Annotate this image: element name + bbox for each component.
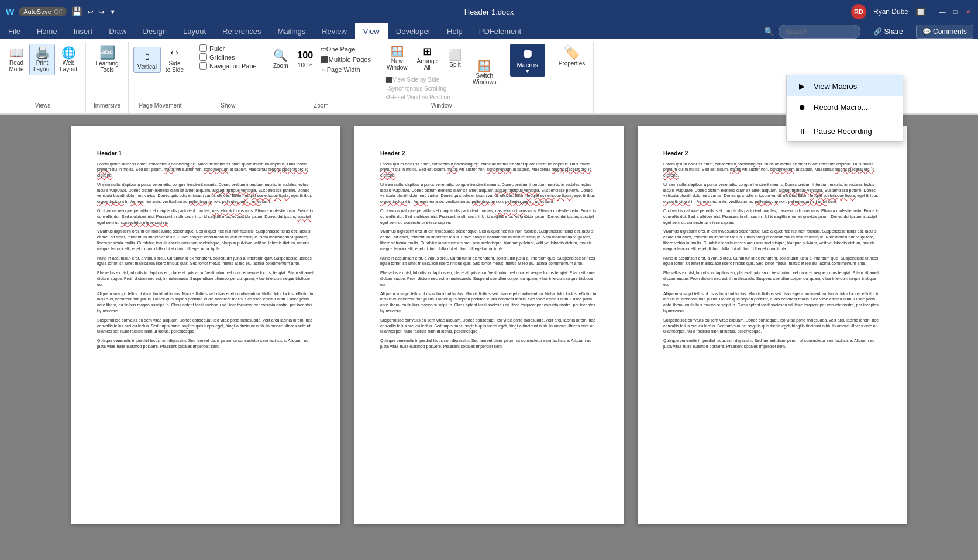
macros-button[interactable]: ⏺ Macros ▼ <box>510 44 545 77</box>
title-bar: W AutoSave Off 💾 ↩ ↪ ▼ Header 1.docx RD … <box>0 0 978 23</box>
doc3-para9: Quisque venenatis imperdiet lacus non di… <box>663 338 881 350</box>
one-page-button[interactable]: ▭ One Page <box>318 44 373 54</box>
close-button[interactable]: ✕ <box>964 8 972 16</box>
maximize-button[interactable]: □ <box>951 8 959 16</box>
pause-recording-item[interactable]: ⏸ Pause Recording <box>787 120 903 141</box>
zoom-100-button[interactable]: 100 100% <box>294 48 317 71</box>
doc1-para4: Vivamus dignissim orci, in elit malesuad… <box>97 229 315 251</box>
vertical-label: Vertical <box>137 64 157 70</box>
doc2-para5: Nunc in accumsan erat, a varius arcu. Cu… <box>380 255 598 267</box>
sync-icon: ↕ <box>385 85 388 92</box>
doc1-para9: Quisque venenatis imperdiet lacus non di… <box>97 338 315 350</box>
tab-mailings[interactable]: Mailings <box>270 23 314 39</box>
tab-references[interactable]: References <box>214 23 269 39</box>
arrange-all-button[interactable]: ⊞ ArrangeAll <box>413 44 441 73</box>
switch-windows-icon: 🪟 <box>478 61 491 71</box>
properties-group-label <box>569 108 574 111</box>
page-view-options: ▭ One Page ⬛ Multiple Pages ↔ Page Width <box>318 44 373 74</box>
multiple-pages-button[interactable]: ⬛ Multiple Pages <box>318 54 373 64</box>
doc2-para2: Ut sem nulla, dapibus a purus venenatis,… <box>380 182 598 205</box>
redo-icon[interactable]: ↪ <box>98 8 105 16</box>
read-mode-button[interactable]: 📖 ReadMode <box>5 44 28 75</box>
tab-draw[interactable]: Draw <box>101 23 135 39</box>
zoom-button-label: Zoom <box>273 63 288 69</box>
ribbon-display-btn[interactable]: 🔲 <box>915 7 925 16</box>
split-icon: ⬜ <box>449 50 462 60</box>
doc3-para8: Suspendisse convallis eu sem vitae aliqu… <box>663 317 881 334</box>
record-macro-item[interactable]: ⏺ Record Macro... <box>787 96 903 117</box>
comments-button[interactable]: 💬 Comments <box>916 25 973 39</box>
doc3-para6: Phasellus ex nisl, lobortis in dapibus e… <box>663 270 881 287</box>
tab-developer[interactable]: Developer <box>388 23 439 39</box>
ruler-checkbox-input[interactable] <box>199 44 207 52</box>
gridlines-checkbox[interactable]: Gridlines <box>197 53 237 61</box>
learning-tools-button[interactable]: 🔤 LearningTools <box>91 44 123 75</box>
window-group-label: Window <box>429 101 454 111</box>
print-layout-icon: 🖨️ <box>35 47 50 58</box>
tab-view[interactable]: View <box>355 23 388 39</box>
pause-recording-icon: ⏸ <box>796 125 808 137</box>
macros-content: ⏺ Macros ▼ <box>510 42 545 88</box>
doc3-para7: Aliquam suscipit tellus ut risus tincidu… <box>663 291 881 314</box>
properties-button[interactable]: 🏷️ Properties <box>555 44 589 69</box>
search-icon: 🔍 <box>764 27 774 36</box>
view-macros-icon: ▶ <box>796 80 808 92</box>
undo-icon[interactable]: ↩ <box>87 8 94 16</box>
switch-windows-button[interactable]: 🪟 SwitchWindows <box>469 58 500 88</box>
view-macros-item[interactable]: ▶ View Macros <box>787 75 903 96</box>
word-logo: W <box>6 7 14 17</box>
page-width-button[interactable]: ↔ Page Width <box>318 65 373 74</box>
doc2-para1: Lorem ipsum dolor sit amet, consectetur … <box>380 161 598 178</box>
view-side-by-side-button[interactable]: ⬛ View Side by Side <box>383 75 467 84</box>
minimize-button[interactable]: — <box>938 8 946 16</box>
share-button[interactable]: 🔗 Share <box>865 25 911 39</box>
file-name: Header 1.docx <box>464 8 514 16</box>
vertical-icon: ↕ <box>144 50 150 63</box>
read-mode-label: ReadMode <box>9 60 23 72</box>
tab-review[interactable]: Review <box>314 23 355 39</box>
title-bar-right: RD Ryan Dube 🔲 — □ ✕ <box>650 4 972 19</box>
doc2-para6: Phasellus ex nisl, lobortis in dapibus e… <box>380 270 598 287</box>
ruler-checkbox[interactable]: Ruler <box>197 44 227 53</box>
ribbon-group-page-movement: ↕ Vertical ↔ Sideto Side Page Movement <box>129 42 192 113</box>
window-main-buttons: 🪟 NewWindow ⊞ ArrangeAll ⬜ Split <box>383 44 467 73</box>
tab-file[interactable]: File <box>0 23 29 39</box>
tab-insert[interactable]: Insert <box>66 23 101 39</box>
tab-layout[interactable]: Layout <box>175 23 214 39</box>
view-side-icon: ⬛ <box>385 77 392 83</box>
doc3-para5: Nunc in accumsan erat, a varius arcu. Cu… <box>663 255 881 267</box>
page-movement-buttons: ↕ Vertical ↔ Sideto Side <box>133 42 187 87</box>
zoom-button[interactable]: 🔍 Zoom <box>269 47 292 71</box>
zoom-icon: 🔍 <box>273 50 288 61</box>
customize-quick-access[interactable]: ▼ <box>109 8 116 15</box>
tab-pdfelement[interactable]: PDFelement <box>471 23 529 39</box>
print-layout-label: PrintLayout <box>33 60 51 72</box>
view-macros-label: View Macros <box>814 82 857 91</box>
new-window-button[interactable]: 🪟 NewWindow <box>383 44 411 73</box>
title-bar-center: Header 1.docx <box>328 8 650 16</box>
switch-windows-label: SwitchWindows <box>473 72 497 85</box>
navigation-pane-checkbox[interactable]: Navigation Pane <box>197 61 259 70</box>
tab-home[interactable]: Home <box>29 23 66 39</box>
gridlines-checkbox-input[interactable] <box>199 53 207 61</box>
navigation-pane-checkbox-input[interactable] <box>199 62 207 70</box>
tab-help[interactable]: Help <box>439 23 471 39</box>
side-to-side-button[interactable]: ↔ Sideto Side <box>162 44 187 75</box>
reset-window-button[interactable]: ↺ Reset Window Position <box>383 93 467 102</box>
autosave-toggle[interactable]: AutoSave Off <box>19 7 67 16</box>
print-layout-button[interactable]: 🖨️ PrintLayout <box>29 44 55 75</box>
vertical-button[interactable]: ↕ Vertical <box>133 47 161 73</box>
macros-icon: ⏺ <box>521 46 534 61</box>
sync-scrolling-button[interactable]: ↕ Synchronous Scrolling <box>383 84 467 93</box>
split-label: Split <box>449 61 460 68</box>
new-window-label: NewWindow <box>387 58 408 71</box>
save-icon[interactable]: 💾 <box>71 6 82 17</box>
split-button[interactable]: ⬜ Split <box>443 44 467 73</box>
autosave-label: AutoSave <box>23 8 51 15</box>
tab-design[interactable]: Design <box>135 23 175 39</box>
window-sub-items: ⬛ View Side by Side ↕ Synchronous Scroll… <box>383 75 467 102</box>
web-layout-button[interactable]: 🌐 WebLayout <box>56 44 81 75</box>
window-controls: — □ ✕ <box>938 8 972 16</box>
search-input[interactable] <box>779 25 860 39</box>
new-window-icon: 🪟 <box>391 46 404 57</box>
